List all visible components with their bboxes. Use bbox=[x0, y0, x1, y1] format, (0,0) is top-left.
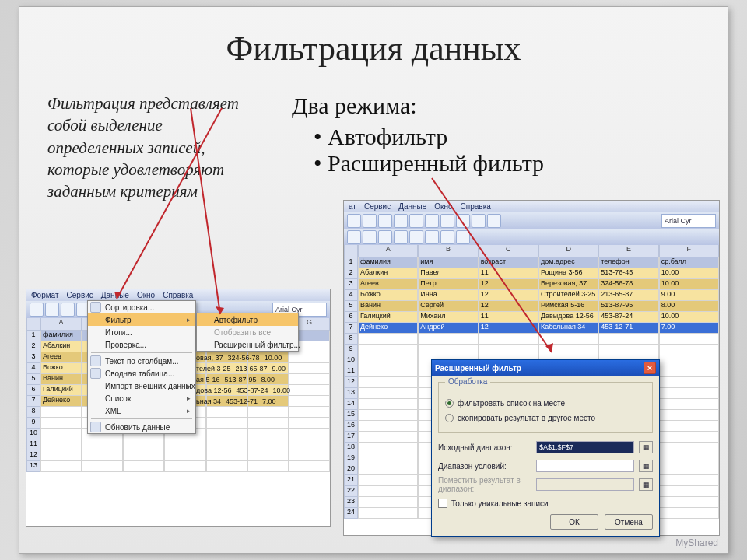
slide: Фильтрация данных Фильтрация представляе… bbox=[19, 6, 728, 554]
callout-arrows bbox=[19, 7, 729, 555]
svg-line-4 bbox=[432, 178, 552, 352]
svg-marker-1 bbox=[216, 306, 224, 314]
svg-marker-3 bbox=[114, 292, 122, 299]
svg-line-2 bbox=[117, 108, 222, 299]
watermark: MyShared bbox=[675, 537, 718, 548]
